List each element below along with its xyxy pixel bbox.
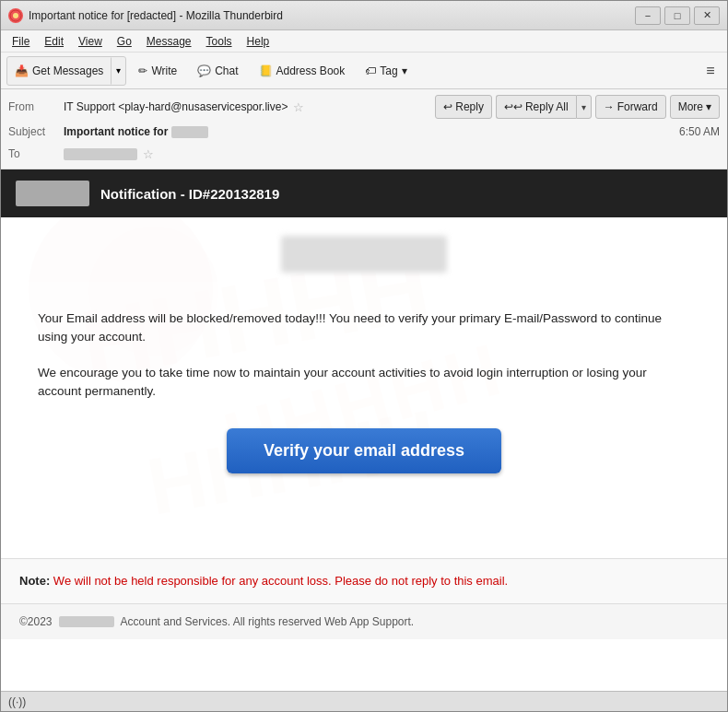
menu-help[interactable]: Help: [240, 33, 277, 50]
banner-title: Notification - ID#220132819: [100, 186, 279, 202]
email-header: From IT Support <play-hard@nusaservicesp…: [1, 89, 727, 169]
subject-row: Subject Important notice for 6:50 AM: [8, 121, 720, 143]
footer-text: Account and Services. All rights reserve…: [121, 615, 415, 628]
tag-dropdown-icon: ▾: [402, 64, 407, 77]
verify-button[interactable]: Verify your email address: [227, 428, 501, 473]
menu-go[interactable]: Go: [110, 33, 139, 50]
maximize-button[interactable]: □: [664, 6, 690, 25]
window-controls: − □ ✕: [635, 6, 720, 25]
brand-logo-blurred: [281, 236, 447, 273]
menu-bar: File Edit View Go Message Tools Help: [1, 30, 727, 53]
email-footer: ©2023 Account and Services. All rights r…: [1, 603, 727, 639]
reply-button[interactable]: ↩ Reply: [435, 95, 492, 119]
chat-label: Chat: [215, 64, 238, 77]
to-star-icon[interactable]: ☆: [143, 147, 154, 161]
toolbar: 📥 Get Messages ▾ ✏ Write 💬 Chat 📒 Addres…: [1, 53, 727, 89]
hamburger-menu[interactable]: ≡: [699, 57, 722, 85]
write-button[interactable]: ✏ Write: [130, 57, 185, 85]
address-book-button[interactable]: 📒 Address Book: [251, 57, 354, 85]
close-button[interactable]: ✕: [694, 6, 720, 25]
email-actions: ↩ Reply ↩↩ Reply All ▾ → Forward More: [435, 95, 720, 119]
subject-value: Important notice for: [64, 125, 208, 138]
footer-year: ©2023: [19, 615, 53, 628]
get-messages-group: 📥 Get Messages ▾: [6, 56, 126, 86]
chat-button[interactable]: 💬 Chat: [189, 57, 246, 85]
more-dropdown-icon: ▾: [706, 100, 711, 113]
from-value: IT Support <play-hard@nusaservicespor.li…: [64, 100, 288, 113]
from-row: From IT Support <play-hard@nusaservicesp…: [8, 93, 720, 121]
to-value-redacted: [64, 148, 137, 160]
email-body: HHHHH HHHHH HHHHH Notification - ID#2201…: [1, 169, 727, 639]
more-label: More: [678, 100, 703, 113]
status-bar: ((·)): [1, 691, 727, 711]
subject-redacted: [171, 126, 208, 138]
svg-point-1: [13, 13, 18, 18]
title-bar: Important notice for [redacted] - Mozill…: [1, 1, 727, 30]
email-content: Your Email address will be blocked/remov…: [1, 282, 727, 558]
main-window: Important notice for [redacted] - Mozill…: [0, 0, 728, 712]
email-paragraph-1: Your Email address will be blocked/remov…: [38, 309, 690, 347]
more-button[interactable]: More ▾: [670, 95, 720, 119]
chat-icon: 💬: [197, 64, 211, 77]
reply-all-dropdown[interactable]: ▾: [576, 95, 592, 119]
note-text: We will not be held responsible for any …: [53, 574, 508, 588]
reply-all-group: ↩↩ Reply All ▾: [496, 95, 592, 119]
app-icon: [8, 8, 23, 23]
email-body-container[interactable]: HHHHH HHHHH HHHHH Notification - ID#2201…: [1, 169, 727, 691]
minimize-button[interactable]: −: [635, 6, 661, 25]
address-book-icon: 📒: [259, 64, 273, 77]
to-row: To ☆: [8, 143, 720, 165]
write-label: Write: [151, 64, 177, 77]
note-section: Note: We will not be held responsible fo…: [1, 558, 727, 603]
footer-name-blurred: [59, 616, 114, 627]
verify-button-container: Verify your email address: [38, 428, 690, 473]
reply-all-icon: ↩↩: [504, 100, 523, 113]
from-star-icon[interactable]: ☆: [293, 100, 304, 114]
note-label: Note:: [19, 574, 50, 588]
tag-icon: 🏷: [365, 64, 376, 77]
menu-file[interactable]: File: [5, 33, 37, 50]
reply-label: Reply: [455, 100, 484, 113]
forward-icon: →: [604, 100, 615, 113]
address-book-label: Address Book: [276, 64, 346, 77]
window-title: Important notice for [redacted] - Mozill…: [29, 9, 635, 22]
from-label: From: [8, 100, 64, 113]
reply-icon: ↩: [443, 100, 452, 113]
connection-icon: ((·)): [8, 695, 26, 708]
email-banner: Notification - ID#220132819: [1, 169, 727, 217]
email-paragraph-2: We encourage you to take time now to mai…: [38, 364, 690, 402]
subject-label: Subject: [8, 125, 64, 138]
menu-edit[interactable]: Edit: [37, 33, 71, 50]
menu-message[interactable]: Message: [139, 33, 199, 50]
brand-area: [1, 217, 727, 282]
tag-label: Tag: [380, 64, 397, 77]
reply-all-button[interactable]: ↩↩ Reply All: [496, 95, 576, 119]
reply-all-label: Reply All: [525, 100, 569, 113]
get-messages-label: Get Messages: [32, 64, 103, 77]
to-label: To: [8, 147, 64, 160]
forward-label: Forward: [617, 100, 658, 113]
banner-logo: [16, 181, 89, 206]
menu-view[interactable]: View: [71, 33, 110, 50]
get-messages-dropdown[interactable]: ▾: [111, 57, 125, 85]
write-icon: ✏: [138, 64, 147, 77]
get-messages-button[interactable]: 📥 Get Messages: [7, 58, 111, 84]
tag-button[interactable]: 🏷 Tag ▾: [357, 57, 415, 85]
forward-button[interactable]: → Forward: [595, 95, 666, 119]
email-time: 6:50 AM: [679, 125, 720, 138]
get-messages-icon: 📥: [15, 64, 29, 77]
menu-tools[interactable]: Tools: [199, 33, 240, 50]
